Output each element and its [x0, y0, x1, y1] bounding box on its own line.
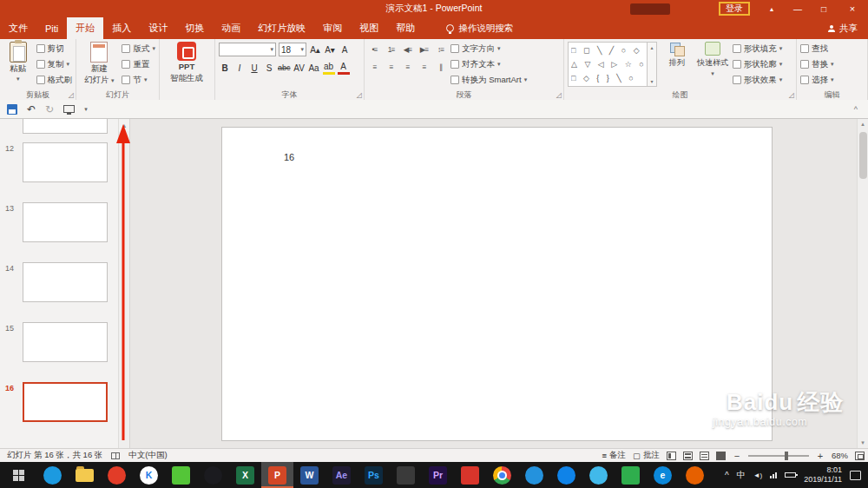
slide-thumbnail-12[interactable]: [23, 142, 108, 182]
numbering-button[interactable]: 1≡: [385, 43, 398, 56]
tab-help[interactable]: 帮助: [387, 17, 424, 39]
slide-sorter-view-button[interactable]: [683, 452, 693, 460]
find-button[interactable]: 查找: [800, 42, 834, 56]
reading-view-button[interactable]: [700, 452, 709, 460]
taskbar-app-browser[interactable]: [36, 462, 69, 488]
shapes-gallery-scrollbar[interactable]: ▴ ▾: [648, 42, 657, 87]
layout-button[interactable]: 版式▾: [122, 42, 155, 56]
tab-slideshow[interactable]: 幻灯片放映: [249, 17, 314, 39]
reset-button[interactable]: 重置: [122, 57, 155, 71]
taskbar-app-file-explorer[interactable]: [69, 462, 101, 488]
justify-button[interactable]: ≡: [418, 60, 431, 73]
arrange-button[interactable]: 排列: [661, 42, 693, 89]
tab-animations[interactable]: 动画: [213, 17, 249, 39]
slide-thumbnail-partial[interactable]: [23, 119, 108, 134]
battery-icon[interactable]: [785, 472, 796, 478]
tab-insert[interactable]: 插入: [103, 17, 140, 39]
paste-button[interactable]: 粘贴 ▾: [3, 42, 33, 89]
start-button[interactable]: [0, 462, 36, 488]
taskbar-app-blue[interactable]: [518, 462, 550, 488]
tab-home[interactable]: 开始: [67, 17, 103, 39]
taskbar-app-security[interactable]: [101, 462, 133, 488]
increase-indent-button[interactable]: ▶≡: [418, 43, 431, 56]
undo-button[interactable]: ↶: [27, 103, 36, 115]
shape-outline-button[interactable]: 形状轮廓▾: [733, 57, 792, 71]
character-spacing-button[interactable]: AV: [293, 61, 306, 75]
spell-check-icon[interactable]: [111, 452, 120, 459]
tab-file[interactable]: 文件: [0, 17, 36, 39]
close-button[interactable]: ×: [837, 0, 868, 17]
font-size-combo[interactable]: 18▾: [279, 43, 306, 56]
language-indicator[interactable]: 中文(中国): [128, 450, 167, 461]
taskbar-app-qq[interactable]: [197, 462, 229, 488]
taskbar-app-media[interactable]: [454, 462, 486, 488]
align-text-button[interactable]: 对齐文本▾: [450, 57, 527, 71]
quick-styles-button[interactable]: 快速样式 ▾: [696, 42, 728, 89]
qat-customize-caret[interactable]: ▾: [84, 106, 88, 113]
notes-toggle[interactable]: ≡备注: [602, 450, 626, 461]
taskbar-app-green[interactable]: [615, 462, 647, 488]
replace-button[interactable]: 替换▾: [800, 57, 834, 71]
taskbar-app-chrome[interactable]: [486, 462, 518, 488]
save-icon[interactable]: [7, 104, 17, 115]
ime-indicator[interactable]: 中: [737, 469, 746, 481]
slide-editor[interactable]: 16: [221, 127, 773, 441]
taskbar-app-edge[interactable]: e: [647, 462, 679, 488]
minimize-button[interactable]: —: [785, 0, 811, 17]
taskbar-app-powerpoint-active[interactable]: P: [261, 462, 293, 488]
zoom-out-button[interactable]: −: [733, 451, 741, 461]
zoom-slider[interactable]: [748, 455, 809, 457]
scroll-up-icon[interactable]: ▴: [650, 44, 653, 50]
grow-font-button[interactable]: A▴: [309, 43, 321, 56]
scroll-down-icon[interactable]: ▾: [861, 439, 865, 446]
taskbar-app-k-music[interactable]: K: [133, 462, 165, 488]
format-painter-button[interactable]: 格式刷: [36, 73, 73, 87]
slide-thumbnail-14[interactable]: [23, 262, 108, 302]
taskbar-app-after-effects[interactable]: Ae: [326, 462, 358, 488]
normal-view-button[interactable]: [667, 452, 676, 460]
redo-button[interactable]: ↻: [45, 103, 54, 115]
select-button[interactable]: 选择▾: [800, 73, 834, 87]
columns-button[interactable]: ∥: [434, 60, 447, 73]
taskbar-app-photoshop[interactable]: Ps: [358, 462, 390, 488]
clear-formatting-button[interactable]: A: [339, 43, 351, 56]
canvas-scrollbar[interactable]: ▴ ▾: [857, 119, 868, 448]
tab-design[interactable]: 设计: [140, 17, 176, 39]
font-dialog-launcher[interactable]: ◿: [357, 92, 362, 99]
shape-effects-button[interactable]: 形状效果▾: [733, 73, 792, 87]
cut-button[interactable]: 剪切: [36, 42, 73, 56]
taskbar-app-firefox[interactable]: [679, 462, 711, 488]
share-button[interactable]: 共享: [818, 17, 868, 39]
font-color-button[interactable]: A: [338, 61, 350, 75]
taskbar-app-utility[interactable]: [582, 462, 615, 488]
tab-transitions[interactable]: 切换: [176, 17, 213, 39]
highlight-color-button[interactable]: ab: [323, 61, 335, 75]
new-slide-button[interactable]: 新建 幻灯片 ▾: [80, 42, 118, 89]
bold-button[interactable]: B: [219, 61, 231, 75]
shapes-gallery[interactable]: □ ◻ ╲ ╱ ○ ◇ △ ▽ ◁ ▷ ☆ ○ □ ◇ { } ╲ ○: [568, 42, 648, 87]
scrollbar-thumb[interactable]: [859, 132, 867, 179]
clock[interactable]: 8:01 2019/11/11: [804, 465, 842, 485]
taskbar-app-wechat[interactable]: [165, 462, 197, 488]
sign-in-button[interactable]: 登录: [719, 2, 750, 16]
ribbon-display-options-icon[interactable]: ▴: [759, 0, 785, 17]
align-left-button[interactable]: ≡: [368, 60, 381, 73]
section-button[interactable]: 节▾: [122, 73, 155, 87]
tray-expand-chevron[interactable]: ^: [725, 471, 729, 480]
decrease-indent-button[interactable]: ◀≡: [401, 43, 414, 56]
shape-fill-button[interactable]: 形状填充▾: [733, 42, 792, 56]
slide-thumbnail-13[interactable]: [23, 202, 108, 242]
tab-addin[interactable]: Piti: [36, 17, 67, 39]
scroll-down-icon[interactable]: ▾: [650, 78, 653, 84]
slideshow-view-button[interactable]: [716, 452, 726, 460]
taskbar-app-thunder[interactable]: [550, 462, 582, 488]
taskbar-app-video-editor[interactable]: [390, 462, 422, 488]
text-direction-button[interactable]: 文字方向▾: [450, 42, 527, 56]
align-center-button[interactable]: ≡: [385, 60, 398, 73]
change-case-button[interactable]: Aa: [308, 61, 320, 75]
zoom-in-button[interactable]: +: [816, 451, 825, 461]
volume-icon[interactable]: ◄): [753, 472, 763, 479]
copy-button[interactable]: 复制▾: [36, 57, 73, 71]
fit-to-window-icon[interactable]: [855, 452, 865, 460]
zoom-level[interactable]: 68%: [832, 451, 848, 460]
